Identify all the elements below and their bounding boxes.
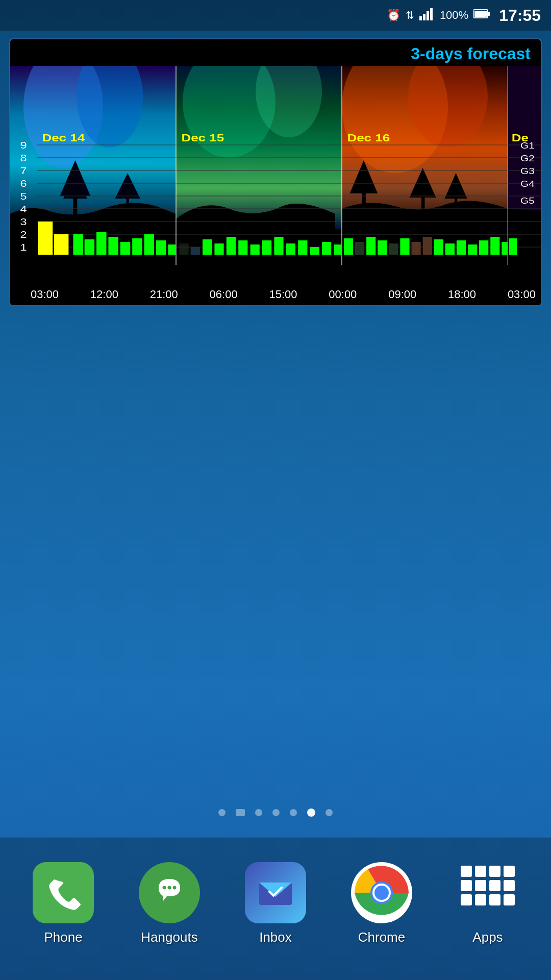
svg-rect-93 [445, 243, 455, 255]
svg-rect-5 [488, 12, 490, 16]
hangouts-label: Hangouts [141, 929, 197, 945]
time-labels: 03:00 12:00 21:00 06:00 15:00 00:00 09:0… [10, 285, 541, 305]
time-09-00: 09:00 [388, 288, 416, 301]
svg-text:7: 7 [20, 166, 27, 176]
svg-text:G3: G3 [520, 166, 535, 176]
svg-rect-78 [274, 237, 283, 255]
svg-rect-96 [479, 240, 488, 255]
svg-rect-87 [378, 240, 387, 255]
svg-rect-3 [430, 8, 433, 20]
svg-rect-66 [132, 238, 142, 255]
svg-rect-95 [468, 244, 477, 255]
data-transfer-icon: ⇅ [406, 9, 414, 21]
dock: Phone Hangouts I [0, 837, 551, 980]
svg-rect-91 [423, 237, 432, 255]
svg-rect-89 [400, 238, 409, 255]
time-03-00: 03:00 [31, 288, 59, 301]
dock-item-apps[interactable]: Apps [457, 862, 518, 945]
svg-rect-2 [427, 11, 429, 20]
svg-text:G2: G2 [520, 154, 535, 163]
svg-rect-1 [423, 14, 425, 20]
time-12-00: 12:00 [90, 288, 118, 301]
svg-rect-88 [389, 243, 398, 255]
svg-rect-79 [286, 243, 295, 255]
svg-text:2: 2 [20, 230, 27, 240]
svg-text:8: 8 [20, 153, 27, 163]
svg-rect-85 [355, 242, 364, 255]
svg-rect-90 [412, 242, 421, 255]
page-dot-1[interactable] [218, 809, 226, 816]
dock-item-chrome[interactable]: Chrome [351, 862, 412, 945]
page-dot-6[interactable] [307, 808, 315, 817]
svg-rect-72 [203, 239, 212, 255]
apps-label: Apps [472, 929, 503, 945]
phone-icon[interactable] [33, 862, 94, 923]
page-dot-4[interactable] [272, 809, 280, 816]
svg-text:Dec 15: Dec 15 [181, 132, 224, 143]
phone-label: Phone [44, 929, 82, 945]
svg-text:6: 6 [20, 179, 27, 189]
svg-rect-73 [214, 243, 223, 255]
svg-rect-70 [180, 243, 189, 255]
svg-rect-62 [85, 239, 95, 255]
svg-rect-59 [38, 222, 53, 255]
svg-text:9: 9 [20, 140, 27, 151]
svg-text:De: De [512, 132, 529, 143]
svg-point-101 [168, 886, 171, 890]
svg-rect-82 [322, 242, 331, 255]
svg-point-100 [163, 886, 166, 890]
dock-item-inbox[interactable]: Inbox [245, 862, 306, 945]
inbox-label: Inbox [259, 929, 292, 945]
svg-rect-60 [54, 234, 69, 255]
svg-rect-97 [490, 237, 499, 255]
svg-rect-74 [227, 237, 236, 255]
svg-point-102 [173, 886, 177, 890]
chrome-icon[interactable] [351, 862, 412, 923]
forecast-widget[interactable]: 3-days forecast [9, 38, 542, 306]
svg-text:4: 4 [20, 204, 27, 214]
svg-text:1: 1 [20, 242, 27, 253]
chart-area: 9 8 7 6 5 4 3 2 1 G5 G4 G3 G2 G1 Dec 14 … [10, 66, 541, 285]
forecast-chart: 9 8 7 6 5 4 3 2 1 G5 G4 G3 G2 G1 Dec 14 … [10, 66, 541, 285]
svg-rect-94 [457, 240, 466, 255]
svg-text:3: 3 [20, 217, 27, 227]
svg-rect-75 [238, 240, 247, 255]
svg-rect-99 [509, 238, 517, 255]
svg-rect-77 [262, 240, 271, 255]
battery-percentage: 100% [440, 9, 468, 22]
alarm-icon: ⏰ [387, 9, 400, 22]
page-dot-3[interactable] [255, 809, 262, 816]
battery-icon [473, 9, 490, 22]
dock-item-phone[interactable]: Phone [33, 862, 94, 945]
svg-rect-83 [334, 244, 342, 255]
svg-rect-92 [434, 239, 443, 255]
signal-icon [419, 7, 435, 23]
inbox-icon[interactable] [245, 862, 306, 923]
svg-text:G4: G4 [520, 179, 535, 188]
apps-icon[interactable] [457, 862, 518, 923]
svg-rect-65 [120, 242, 131, 255]
status-icons: ⏰ ⇅ 100% 17:55 [387, 6, 541, 25]
hangouts-icon[interactable] [139, 862, 200, 923]
svg-text:Dec 14: Dec 14 [42, 132, 85, 143]
dock-item-hangouts[interactable]: Hangouts [139, 862, 200, 945]
time-18-00: 18:00 [448, 288, 476, 301]
svg-rect-69 [168, 244, 176, 255]
svg-rect-67 [144, 234, 155, 255]
svg-rect-71 [191, 247, 200, 255]
time-03-00-end: 03:00 [508, 288, 536, 301]
page-dot-5[interactable] [290, 809, 297, 816]
status-bar: ⏰ ⇅ 100% 17:55 [0, 0, 551, 31]
status-time: 17:55 [499, 6, 541, 25]
svg-point-108 [374, 886, 389, 900]
svg-rect-64 [108, 237, 118, 255]
page-dot-7[interactable] [325, 809, 333, 816]
svg-rect-6 [474, 11, 487, 17]
svg-rect-98 [502, 242, 508, 255]
page-dot-2[interactable] [236, 809, 245, 816]
svg-rect-76 [251, 244, 260, 255]
svg-rect-0 [419, 16, 422, 20]
svg-text:G5: G5 [520, 196, 535, 205]
svg-rect-81 [310, 247, 319, 255]
svg-rect-61 [73, 234, 84, 255]
